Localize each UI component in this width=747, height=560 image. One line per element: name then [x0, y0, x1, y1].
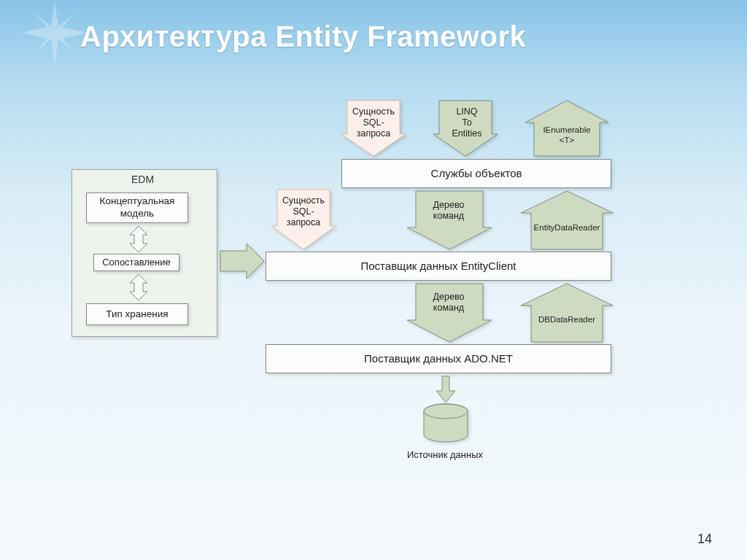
- label-linq: LINQ To Entities: [427, 106, 507, 139]
- svg-marker-2: [130, 226, 147, 252]
- svg-marker-13: [436, 376, 455, 402]
- label-command-tree-2: Дерево команд: [409, 292, 489, 314]
- datasource-cylinder: [420, 402, 471, 449]
- label-sql-query-mid: Сущность SQL- запроса: [263, 195, 344, 228]
- box-ado-net: Поставщик данных ADO.NET: [266, 344, 611, 373]
- arrow-edm-bottom: [124, 273, 153, 305]
- slide-title: Архитектура Entity Framework: [80, 20, 526, 53]
- box-entity-client: Поставщик данных EntityClient: [266, 252, 611, 281]
- label-ienumerable: IEnumerable <T>: [527, 125, 607, 146]
- label-db-data-reader: DBDataReader: [527, 315, 607, 325]
- label-datasource: Источник данных: [401, 449, 489, 460]
- svg-marker-4: [220, 244, 264, 279]
- box-conceptual-model: Концептуальная модель: [86, 192, 188, 223]
- svg-marker-12: [521, 284, 613, 342]
- arrow-db-data-reader: [519, 282, 614, 346]
- star-decor: [22, 0, 88, 66]
- arrow-entity-data-reader: [519, 190, 614, 254]
- box-storage-type: Тип хранения: [86, 303, 188, 325]
- box-object-services: Службы объектов: [341, 159, 611, 188]
- svg-marker-3: [130, 274, 147, 300]
- svg-marker-10: [521, 191, 613, 249]
- label-sql-query-top: Сущность SQL- запроса: [333, 106, 414, 139]
- edm-title: EDM: [131, 174, 154, 185]
- label-entity-data-reader: EntityDataReader: [527, 223, 607, 233]
- page-number: 14: [697, 532, 712, 547]
- arrow-edm-to-entityclient: [219, 241, 267, 284]
- arrow-edm-top: [124, 225, 153, 257]
- label-command-tree-1: Дерево команд: [409, 200, 489, 222]
